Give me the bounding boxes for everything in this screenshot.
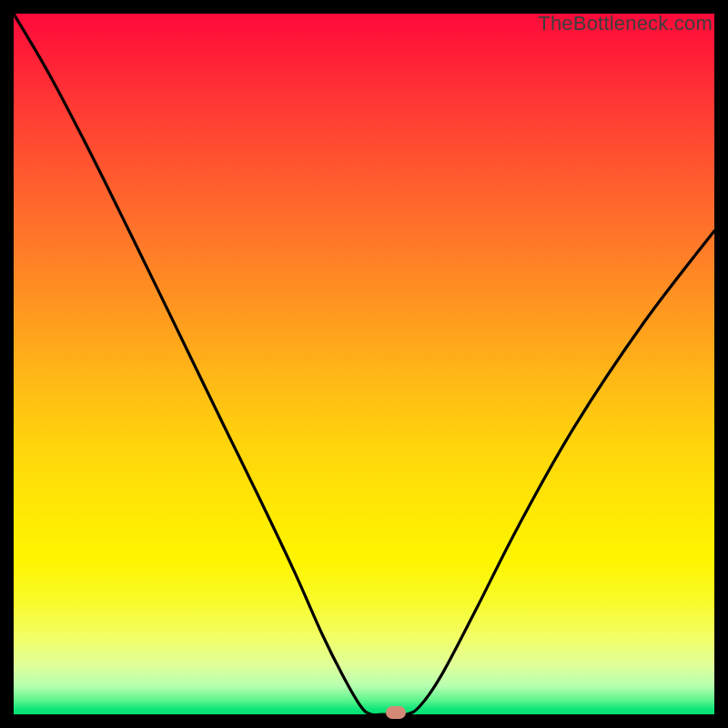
chart-frame: TheBottleneck.com: [14, 14, 714, 714]
attribution-text: TheBottleneck.com: [538, 12, 713, 35]
bottleneck-curve: [14, 14, 714, 714]
optimal-point-marker: [386, 706, 406, 719]
